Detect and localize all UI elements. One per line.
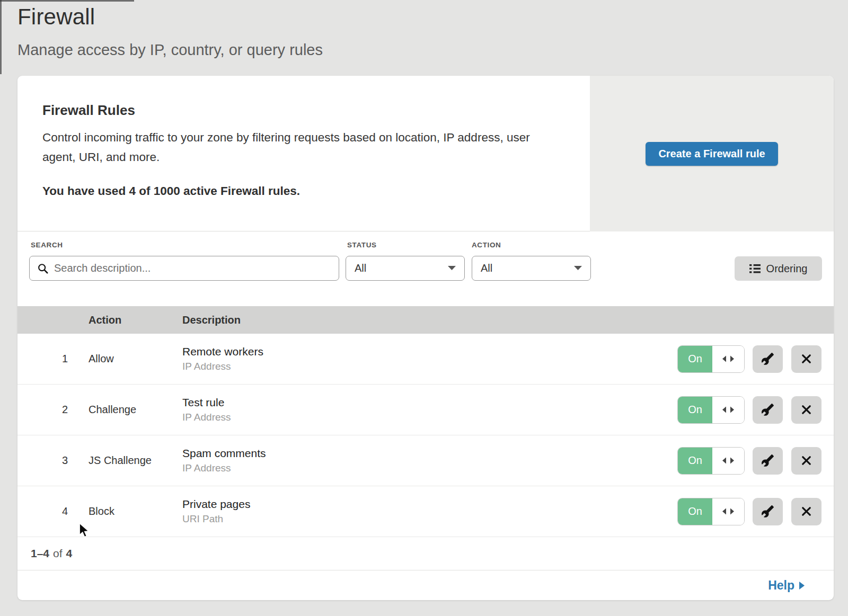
toggle-knob <box>712 346 744 372</box>
list-icon <box>749 264 761 274</box>
table-row: 2 Challenge Test rule IP Address On <box>17 385 834 435</box>
toggle-on-label: On <box>678 346 712 372</box>
rule-action: Block <box>68 505 182 517</box>
wrench-icon <box>761 352 774 365</box>
rule-action: JS Challenge <box>68 454 182 467</box>
window-edge-top <box>0 0 134 2</box>
toggle-knob <box>712 397 744 423</box>
rule-priority: 3 <box>17 454 68 467</box>
edit-rule-button[interactable] <box>753 447 783 475</box>
rule-description: Spam comments <box>182 447 677 460</box>
action-column-header: Action <box>68 314 182 326</box>
left-right-arrows-icon <box>722 355 734 362</box>
rule-priority: 2 <box>17 404 68 416</box>
page-subtitle: Manage access by IP, country, or query r… <box>17 41 323 59</box>
help-link-label: Help <box>768 578 794 593</box>
card-footer: Help <box>17 570 834 600</box>
firewall-page: { "page": { "title": "Firewall", "subtit… <box>0 0 848 616</box>
toggle-knob <box>712 498 744 525</box>
section-heading: Firewall Rules <box>42 102 135 119</box>
action-select[interactable]: All <box>472 256 591 281</box>
pagination-total: 4 <box>66 547 73 560</box>
rule-description-cell: Test rule IP Address <box>182 396 677 423</box>
close-icon <box>801 455 812 466</box>
edit-rule-button[interactable] <box>753 345 783 373</box>
rule-description: Test rule <box>182 396 677 409</box>
firewall-rules-card: Firewall Rules Control incoming traffic … <box>17 76 834 600</box>
search-box <box>29 256 339 281</box>
rule-action: Challenge <box>68 404 182 416</box>
ordering-button[interactable]: Ordering <box>735 256 822 281</box>
toggle-knob <box>712 448 744 474</box>
rule-match-type: IP Address <box>182 361 677 372</box>
description-column-header: Description <box>182 314 834 326</box>
wrench-icon <box>761 454 774 467</box>
action-label: ACTION <box>472 241 501 249</box>
rule-description-cell: Remote workers IP Address <box>182 345 677 372</box>
usage-summary: You have used 4 of 1000 active Firewall … <box>42 184 300 198</box>
edit-rule-button[interactable] <box>753 396 783 424</box>
window-edge-left <box>0 0 2 74</box>
toggle-on-label: On <box>678 498 712 525</box>
triangle-right-icon <box>799 582 805 590</box>
status-select[interactable]: All <box>346 256 465 281</box>
action-select-value: All <box>481 262 492 274</box>
delete-rule-button[interactable] <box>791 498 822 525</box>
wrench-icon <box>761 403 774 416</box>
search-input[interactable] <box>54 262 331 274</box>
search-icon <box>37 263 49 274</box>
table-body: 1 Allow Remote workers IP Address On <box>17 334 834 537</box>
section-description: Control incoming traffic to your zone by… <box>42 128 543 167</box>
page-title: Firewall <box>17 4 95 30</box>
table-row: 1 Allow Remote workers IP Address On <box>17 334 834 385</box>
rule-controls: On <box>677 447 822 475</box>
rule-match-type: IP Address <box>182 462 677 474</box>
rule-controls: On <box>677 396 822 424</box>
rule-priority: 1 <box>17 353 68 365</box>
toggle-on-label: On <box>678 448 712 474</box>
rule-controls: On <box>677 345 822 373</box>
filters-bar: SEARCH STATUS ACTION All All Ordering <box>17 232 834 306</box>
rule-description: Remote workers <box>182 345 677 358</box>
rule-description-cell: Spam comments IP Address <box>182 447 677 474</box>
help-link[interactable]: Help <box>768 578 805 593</box>
delete-rule-button[interactable] <box>791 396 822 424</box>
chevron-down-icon <box>574 266 582 271</box>
rule-description: Private pages <box>182 498 677 511</box>
status-label: STATUS <box>347 241 377 249</box>
rule-match-type: IP Address <box>182 412 677 423</box>
table-row: 3 JS Challenge Spam comments IP Address … <box>17 435 834 486</box>
close-icon <box>801 404 812 415</box>
ordering-button-label: Ordering <box>766 263 808 275</box>
edit-rule-button[interactable] <box>753 498 783 525</box>
pagination-range: 1–4 <box>31 547 49 560</box>
rule-action: Allow <box>68 353 182 365</box>
left-right-arrows-icon <box>722 508 734 515</box>
intro-section: Firewall Rules Control incoming traffic … <box>17 76 834 231</box>
create-rule-panel: Create a Firewall rule <box>590 76 834 231</box>
rule-enabled-toggle[interactable]: On <box>677 498 745 525</box>
rule-priority: 4 <box>17 505 68 517</box>
rule-enabled-toggle[interactable]: On <box>677 447 745 475</box>
search-label: SEARCH <box>31 241 63 249</box>
table-row: 4 Block Private pages URI Path On <box>17 486 834 537</box>
status-select-value: All <box>355 262 366 274</box>
rule-description-cell: Private pages URI Path <box>182 498 677 525</box>
rule-enabled-toggle[interactable]: On <box>677 345 745 373</box>
left-right-arrows-icon <box>722 457 734 464</box>
chevron-down-icon <box>448 266 456 271</box>
delete-rule-button[interactable] <box>791 447 822 475</box>
toggle-on-label: On <box>678 397 712 423</box>
close-icon <box>801 353 812 364</box>
create-firewall-rule-button[interactable]: Create a Firewall rule <box>646 142 778 166</box>
pagination-of: of <box>49 547 66 560</box>
rule-match-type: URI Path <box>182 513 677 525</box>
wrench-icon <box>761 505 774 518</box>
rule-controls: On <box>677 498 822 525</box>
pagination: 1–4 of 4 <box>17 537 834 570</box>
delete-rule-button[interactable] <box>791 345 822 373</box>
close-icon <box>801 506 812 517</box>
rule-enabled-toggle[interactable]: On <box>677 396 745 424</box>
left-right-arrows-icon <box>722 406 734 413</box>
table-header: Action Description <box>17 306 834 334</box>
